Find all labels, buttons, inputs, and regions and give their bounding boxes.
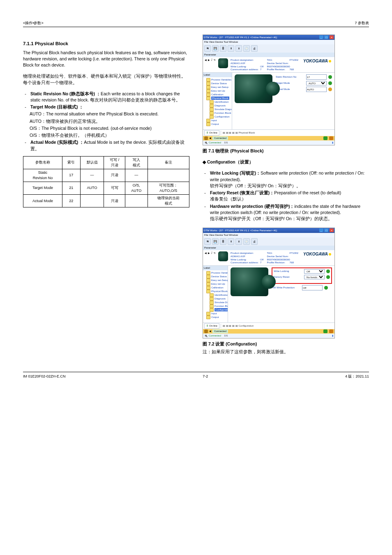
bullet-target-os-en: O/S：The Physical Block is not executed. … xyxy=(27,125,189,131)
right-column: DTM Works - [07 - FT1002 AXF PA V1.1 <On… xyxy=(203,35,369,360)
hw-write-input[interactable] xyxy=(302,285,323,290)
table-header-row: 参数名称 索引 默认值 可写 / 只读 写入 模式 备注 xyxy=(23,156,189,169)
cfg-bullet-writelock: -Write Locking (写锁定)：Software write prot… xyxy=(203,170,369,189)
tool-print-icon[interactable]: 🖨 xyxy=(251,45,258,52)
tool-up-icon[interactable]: ⬆ xyxy=(228,45,234,52)
footer-left: IM 01E20F02-02ZH-E.CN xyxy=(23,374,66,379)
window-buttons: _ □ × xyxy=(319,228,334,233)
folder-icon xyxy=(206,82,210,85)
nav-refresh-icon[interactable]: ↻ xyxy=(214,58,216,62)
maximize-icon[interactable]: □ xyxy=(324,35,328,39)
nav-up-icon[interactable]: ⤴ xyxy=(211,251,212,255)
screenshot-physical-block: DTM Works - [07 - FT1002 AXF PA V1.1 <On… xyxy=(203,35,335,145)
folder-icon xyxy=(210,297,214,301)
info-kv-left: Product designation:ADMAG AXF Write Lock… xyxy=(231,251,265,264)
factory-reset-select[interactable]: No function xyxy=(304,275,325,279)
connected-plug-icon: 🔌 xyxy=(204,141,208,145)
folder-icon xyxy=(206,97,210,100)
folder-icon xyxy=(206,286,210,290)
config-heading: ◆ Configuration（设置） xyxy=(203,159,254,164)
bullet-static-rev: - Static Revision No (静态版本号) ：Each write… xyxy=(23,91,189,103)
tool-disk-icon[interactable]: 💾 xyxy=(212,45,219,52)
nav-back-icon[interactable]: ◀ xyxy=(205,58,207,62)
online-button[interactable]: ⇩On-line xyxy=(204,130,219,136)
mid-body: Label Process Variables Device Status Ea… xyxy=(203,266,334,322)
info-kv-right: TAG:FT1002 Device Serial Num:R0074900000… xyxy=(267,58,301,71)
menu-bar[interactable]: File View Device Tool Window xyxy=(203,40,334,44)
folder-icon xyxy=(210,108,214,111)
tool-connect-icon[interactable]: ⇆ xyxy=(204,238,211,245)
write-locking-select[interactable]: Off xyxy=(304,269,325,274)
close-icon[interactable]: × xyxy=(330,228,334,232)
nav-fwd-icon[interactable]: ▶ xyxy=(208,251,210,255)
main-pane: Static Revision No Target Mode AUTO Actu… xyxy=(232,73,334,129)
online-arrow-icon: ⇩ xyxy=(206,324,208,328)
minimize-icon[interactable]: _ xyxy=(319,228,323,232)
tool-connect-icon[interactable]: ⇆ xyxy=(204,45,211,52)
body-columns: 7.1.1 Physical Block The Physical Block … xyxy=(23,35,369,360)
tab-strip: ▤ ▤ ▤ ▤ ▤ Configuration xyxy=(221,324,334,328)
parameter-label: Parameter xyxy=(203,246,334,250)
toolbar: ⇆ 💾 🗄 ⬆ ⬇ 🕘 🖨 xyxy=(203,237,334,246)
tool-print-icon[interactable]: 🖨 xyxy=(251,238,258,245)
status-warn-icon xyxy=(204,329,208,333)
static-rev-input[interactable] xyxy=(306,74,327,80)
nav-tree[interactable]: Label Process Variables Device Status Ea… xyxy=(203,266,228,322)
nav-back-icon[interactable]: ◀ xyxy=(205,251,207,255)
bullet-dot-icon: - xyxy=(23,91,28,103)
status-plug-icon xyxy=(323,136,327,140)
status-ok-icon xyxy=(326,269,330,273)
folder-icon xyxy=(206,89,210,93)
bullet-target-os-cn: O/S：物理块不会被执行。（停机模式） xyxy=(27,132,189,138)
folder-icon xyxy=(210,301,214,304)
actual-mode-input[interactable] xyxy=(306,87,327,92)
target-mode-select[interactable]: AUTO xyxy=(306,81,327,85)
nav-tree[interactable]: Label Process Variables Device Status Ea… xyxy=(203,73,232,129)
status-bar: 🔌Connected DS ▮ xyxy=(203,334,334,338)
folder-icon xyxy=(210,111,214,115)
header-left: <操作•参数> xyxy=(23,21,44,26)
row-write-locking: Write Locking Off xyxy=(274,269,330,274)
status-strip: ◀Connected xyxy=(203,136,334,140)
status-refresh-icon xyxy=(328,88,332,91)
tool-db-icon[interactable]: 🗄 xyxy=(220,45,226,52)
param-rows: Static Revision No Target Mode AUTO Actu… xyxy=(276,74,332,128)
figure-7-1-caption: 图 7.1 物理块 (Physical Block) xyxy=(203,148,369,154)
window-buttons: _ □ × xyxy=(319,35,334,39)
folder-icon xyxy=(206,119,210,122)
nav-refresh-icon[interactable]: ↻ xyxy=(214,251,216,255)
tool-down-icon[interactable]: ⬇ xyxy=(235,45,242,52)
tool-clock-icon[interactable]: 🕘 xyxy=(243,45,250,52)
folder-icon xyxy=(210,293,214,297)
folder-icon xyxy=(210,115,214,119)
tool-down-icon[interactable]: ⬇ xyxy=(235,238,242,245)
nav-up-icon[interactable]: ⤴ xyxy=(211,58,212,62)
th-wmode: 写入 模式 xyxy=(125,156,148,169)
brand-logo: YOKOGAWA xyxy=(303,251,333,258)
highlight-box: Write Locking Off Factory Reset No funct… xyxy=(272,267,332,284)
nav-fwd-icon[interactable]: ▶ xyxy=(208,58,210,62)
status-db-icon xyxy=(329,329,333,333)
close-icon[interactable]: × xyxy=(330,35,334,39)
brand-logo: YOKOGAWA xyxy=(303,58,333,64)
bottom-bar: ⇩On-line ▤ ▤ ▤ ▤ ▤ Physical Block xyxy=(203,129,334,136)
minimize-icon[interactable]: _ xyxy=(319,35,323,39)
connected-plug-icon: 🔌 xyxy=(204,334,208,338)
tool-db-icon[interactable]: 🗄 xyxy=(220,238,226,245)
bullet-target-auto-en: AUTO：The normal situation where the Phys… xyxy=(27,111,189,117)
page-footer: IM 01E20F02-02ZH-E.CN 7-2 4 版：2021.11 xyxy=(23,374,369,379)
menu-bar[interactable]: File View Device Tool Window xyxy=(203,233,334,237)
tool-clock-icon[interactable]: 🕘 xyxy=(243,238,250,245)
th-notes: 备注 xyxy=(148,156,189,169)
folder-icon xyxy=(206,312,210,315)
folder-icon xyxy=(206,85,210,89)
tool-disk-icon[interactable]: 💾 xyxy=(212,238,219,245)
online-button[interactable]: ⇩On-line xyxy=(204,323,219,329)
page: <操作•参数> 7 参数表 7.1.1 Physical Block The P… xyxy=(0,0,392,400)
window-titlebar: DTM Works - [07 - FT1002 AXF PA V1.1 <On… xyxy=(203,228,334,233)
status-ok-icon xyxy=(328,81,332,85)
tool-up-icon[interactable]: ⬆ xyxy=(228,238,234,245)
status-strip: ◀Connected xyxy=(203,329,334,334)
maximize-icon[interactable]: □ xyxy=(324,228,328,232)
toolbar: ⇆ 💾 🗄 ⬆ ⬇ 🕘 🖨 xyxy=(203,44,334,53)
